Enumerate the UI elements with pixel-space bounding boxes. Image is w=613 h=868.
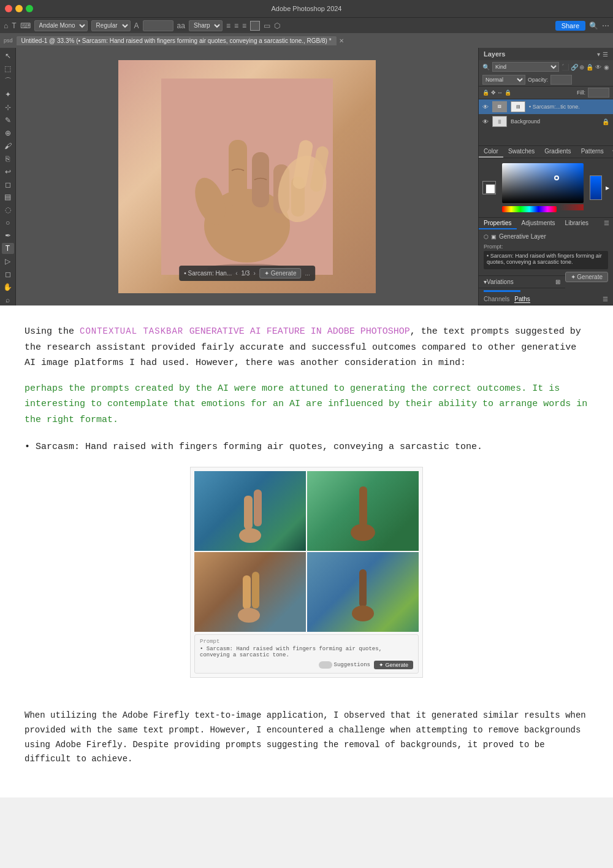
tab-adjustments[interactable]: Adjustments: [517, 218, 560, 229]
suggestions-switch[interactable]: [319, 661, 332, 669]
contextual-highlight: contextual taskbar: [80, 326, 189, 336]
color-spectrum[interactable]: [502, 163, 584, 203]
font-family-select[interactable]: Andale Mono: [34, 20, 88, 31]
next-variation-button[interactable]: ›: [253, 270, 255, 277]
more-options-icon[interactable]: ⋯: [602, 21, 609, 30]
gen-layer-indicator: ⬡ ▣ Generative Layer: [484, 233, 608, 240]
layer-row-background[interactable]: 👁 ▓ Background 🔒: [479, 114, 613, 129]
tab-gradients[interactable]: Gradients: [539, 146, 576, 158]
maximize-button[interactable]: [26, 5, 33, 12]
share-button[interactable]: Share: [555, 21, 585, 31]
alpha-slider[interactable]: [559, 204, 584, 210]
tab-paths[interactable]: Paths: [514, 296, 530, 303]
top-bar: Adobe Photoshop 2024: [0, 0, 613, 17]
layers-panel-menu-icon[interactable]: ☰: [603, 51, 608, 58]
canvas-area: • Sarcasm: Han... ‹ 1/3 › ✦ Generate ...: [16, 48, 478, 305]
search-icon[interactable]: 🔍: [589, 21, 598, 30]
tab-properties[interactable]: Properties: [479, 218, 517, 229]
hue-slider[interactable]: [502, 206, 557, 212]
properties-generate-button[interactable]: ✦ Generate: [565, 272, 608, 282]
tab-channels[interactable]: Channels: [484, 296, 509, 303]
opacity-input[interactable]: 100%: [550, 75, 572, 85]
properties-tabs: Properties Adjustments Libraries ☰: [479, 218, 613, 229]
zoom-tool[interactable]: ⌕: [2, 294, 14, 305]
prev-variation-button[interactable]: ‹: [235, 270, 237, 277]
color-swatch-icon[interactable]: [250, 21, 260, 31]
layers-kind-select[interactable]: Kind: [492, 62, 559, 72]
eyedropper-tool[interactable]: ✎: [2, 115, 14, 126]
hue-bar[interactable]: [590, 175, 602, 200]
crop-tool[interactable]: ⊹: [2, 102, 14, 113]
dodge-tool[interactable]: ○: [2, 217, 14, 228]
layer-icon[interactable]: ▭: [264, 21, 270, 30]
home-icon[interactable]: ⌂: [4, 21, 8, 30]
hand-tool[interactable]: ✋: [2, 282, 14, 293]
tools-panel: ↖ ⬚ ⌒ ✦ ⊹ ✎ ⊕ 🖌 ⎘ ↩ ◻ ▤ ◌ ○ ✒ T ▷ ◻ ✋ ⌕: [0, 48, 16, 305]
tab-patterns[interactable]: Patterns: [576, 146, 609, 158]
brush-tool[interactable]: 🖌: [2, 140, 14, 152]
move-tool[interactable]: ↖: [2, 50, 14, 61]
tab-libraries[interactable]: Libraries: [560, 218, 593, 229]
antialiasing-select[interactable]: Sharp: [189, 20, 223, 31]
intro-before: Using the: [25, 326, 80, 337]
marquee-tool[interactable]: ⬚: [2, 63, 14, 74]
align-left-icon[interactable]: ≡: [226, 21, 230, 30]
healing-tool[interactable]: ⊕: [2, 128, 14, 139]
layer-visibility-icon-bg[interactable]: 👁: [482, 118, 489, 125]
layer-row-generative[interactable]: 👁 🖼 ▤ • Sarcasm:...tic tone.: [479, 99, 613, 114]
pen-tool[interactable]: ✒: [2, 230, 14, 241]
clone-tool[interactable]: ⎘: [2, 153, 14, 164]
font-family-icon[interactable]: ⌨: [20, 21, 31, 30]
align-right-icon[interactable]: ≡: [242, 21, 246, 30]
color-panel-collapse-icon[interactable]: ▾: [609, 146, 613, 158]
background-swatch[interactable]: [485, 184, 495, 194]
properties-panel-menu[interactable]: ☰: [600, 218, 613, 229]
layer-visibility-icon[interactable]: 👁: [482, 104, 489, 110]
close-button[interactable]: [5, 5, 12, 12]
blur-tool[interactable]: ◌: [2, 204, 14, 215]
options-bar: ⌂ T ⌨ Andale Mono Regular A 6.56 pt aa S…: [0, 17, 613, 33]
eraser-tool[interactable]: ◻: [2, 179, 14, 190]
color-spectrum-area[interactable]: [502, 163, 584, 212]
align-center-icon[interactable]: ≡: [234, 21, 238, 30]
quick-select-tool[interactable]: ✦: [2, 89, 14, 100]
tab-color[interactable]: Color: [479, 146, 503, 158]
variations-grid-icon[interactable]: ⊞: [555, 278, 560, 285]
layer-thumbnail-bg: ▓: [492, 116, 507, 127]
3d-icon[interactable]: ⬡: [274, 21, 280, 30]
article-generate-button[interactable]: ✦ Generate: [374, 661, 413, 669]
gradient-tool[interactable]: ▤: [2, 191, 14, 202]
font-size-input[interactable]: 6.56 pt: [143, 20, 173, 31]
generate-bar-generate-button[interactable]: ✦ Generate: [259, 268, 302, 278]
generate-bar-more-button[interactable]: ...: [305, 270, 310, 277]
layers-search-bar: 🔍 Kind ⬛ 🔗 ⊕ 🔒 👁 ◉: [479, 60, 613, 74]
canvas-image: [118, 60, 376, 293]
generate-overlay-bar: • Sarcasm: Han... ‹ 1/3 › ✦ Generate ...: [179, 266, 315, 281]
blend-mode-select[interactable]: Normal: [482, 75, 525, 85]
color-panel: Color Swatches Gradients Patterns ▾: [479, 146, 613, 217]
minimize-button[interactable]: [15, 5, 23, 12]
layers-panel-collapse-icon[interactable]: ▾: [597, 51, 600, 58]
svg-rect-20: [252, 572, 259, 609]
suggestions-toggle: Suggestions: [319, 661, 370, 669]
path-select-tool[interactable]: ▷: [2, 256, 14, 267]
properties-panel: Properties Adjustments Libraries ☰ ⬡ ▣ G…: [479, 217, 613, 305]
layer-name-generative: • Sarcasm:...tic tone.: [529, 104, 609, 110]
document-tab[interactable]: Untitled-1 @ 33.3% (• Sarcasm: Hand rais…: [17, 36, 337, 45]
layers-filter-toggle[interactable]: ◉: [604, 64, 609, 71]
foreground-swatch[interactable]: [482, 181, 496, 194]
channels-menu[interactable]: ☰: [603, 296, 608, 303]
tab-swatches[interactable]: Swatches: [503, 146, 539, 158]
type-tool[interactable]: T: [2, 243, 14, 254]
history-brush-tool[interactable]: ↩: [2, 166, 14, 177]
font-style-select[interactable]: Regular: [91, 20, 131, 31]
lasso-tool[interactable]: ⌒: [2, 76, 14, 87]
shape-tool[interactable]: ◻: [2, 269, 14, 280]
tab-close-button[interactable]: ✕: [339, 37, 344, 44]
canvas-hand-image: [161, 79, 333, 275]
prompt-text[interactable]: • Sarcasm: Hand raised with fingers form…: [484, 251, 608, 269]
article-intro-paragraph: Using the contextual taskbar GENERATIVE …: [25, 324, 588, 371]
fill-input[interactable]: 100%: [588, 88, 609, 98]
opacity-label: Opacity:: [528, 77, 548, 83]
text-tool-icon[interactable]: T: [12, 21, 16, 30]
